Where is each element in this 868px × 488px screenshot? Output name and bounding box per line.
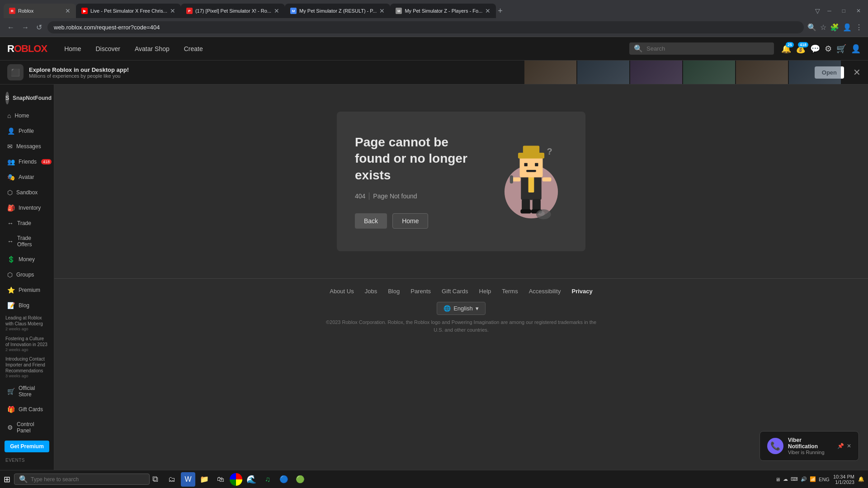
blog-post-3[interactable]: Introducing Contact Importer and Friend … <box>0 354 54 381</box>
sidebar-item-premium[interactable]: ⭐ Premium <box>2 283 52 297</box>
reload-btn[interactable]: ↺ <box>34 21 44 33</box>
footer-blog[interactable]: Blog <box>388 288 400 295</box>
sidebar-item-groups[interactable]: ⬡ Groups <box>2 267 52 282</box>
get-premium-button[interactable]: Get Premium <box>5 441 49 452</box>
taskbar-app-file-manager[interactable]: 📁 <box>197 472 212 487</box>
taskbar-app-chrome2[interactable]: 🟢 <box>293 472 307 487</box>
content-area: Page cannot be found or no longer exists… <box>54 84 868 488</box>
sandbox-icon: ⬡ <box>7 189 13 196</box>
viber-pin-btn[interactable]: 📌 <box>837 443 844 449</box>
settings-icon[interactable]: ⋮ <box>855 23 863 32</box>
nav-avatar-shop[interactable]: Avatar Shop <box>128 42 176 55</box>
nav-home[interactable]: Home <box>58 42 87 55</box>
profile-icon[interactable]: 👤 <box>843 23 852 32</box>
error-buttons: Back Home <box>355 213 486 229</box>
taskbar-app-word[interactable]: W <box>181 472 195 487</box>
taskbar-search-input[interactable] <box>31 476 145 483</box>
shop-btn[interactable]: 🛒 <box>836 44 846 54</box>
footer-about[interactable]: About Us <box>330 288 354 295</box>
tab-close-btn-5[interactable]: ✕ <box>485 7 491 14</box>
sidebar-item-inventory[interactable]: 🎒 Inventory <box>2 201 52 215</box>
nav-create[interactable]: Create <box>178 42 209 55</box>
chevron-down-icon: ▾ <box>476 305 479 312</box>
search-toolbar-icon[interactable]: 🔍 <box>807 23 816 32</box>
footer-gift-cards[interactable]: Gift Cards <box>442 288 468 295</box>
forward-nav-btn[interactable]: → <box>20 22 31 33</box>
settings-btn[interactable]: ⚙ <box>825 44 832 54</box>
taskbar-desktop-icon[interactable]: 🖥 <box>775 477 780 482</box>
taskbar-app-chrome[interactable] <box>230 473 242 486</box>
sidebar-item-sandbox[interactable]: ⬡ Sandbox <box>2 185 52 200</box>
taskbar-network-icon[interactable]: 📶 <box>810 476 816 482</box>
error-divider <box>369 192 369 200</box>
footer-jobs[interactable]: Jobs <box>365 288 377 295</box>
sidebar-friends-label: Friends <box>19 159 37 165</box>
back-nav-btn[interactable]: ← <box>5 22 16 33</box>
tab-close-btn-3[interactable]: ✕ <box>274 7 279 14</box>
taskbar-app-spotify[interactable]: ♫ <box>260 472 275 487</box>
bookmark-icon[interactable]: ☆ <box>820 23 826 32</box>
footer-parents[interactable]: Parents <box>410 288 431 295</box>
tab-close-btn-2[interactable]: ✕ <box>170 7 175 14</box>
svg-rect-15 <box>520 209 531 213</box>
pet2-favicon: M <box>290 8 297 14</box>
sidebar-item-control-panel[interactable]: ⚙ Control Panel <box>2 418 52 437</box>
messages-icon: ✉ <box>7 143 13 150</box>
banner-close-btn[interactable]: ✕ <box>853 67 861 78</box>
sidebar-item-money[interactable]: 💲 Money <box>2 252 52 267</box>
sidebar-item-trade-offers[interactable]: ↔ Trade Offers <box>2 231 52 251</box>
tab-pet3[interactable]: M My Pet Simulator Z - Players - Fo... ✕ <box>390 4 496 18</box>
taskbar-app-explorer[interactable]: 🗂 <box>165 472 179 487</box>
language-select[interactable]: 🌐 English ▾ <box>437 302 486 315</box>
taskbar-keyboard-icon[interactable]: ⌨ <box>791 476 798 482</box>
avatar-btn[interactable]: 👤 <box>851 44 861 54</box>
viber-close-btn[interactable]: ✕ <box>847 443 851 449</box>
sidebar-item-blog[interactable]: 📝 Blog <box>2 298 52 313</box>
roblox-logo[interactable]: ROBLOX <box>7 43 47 55</box>
home-button[interactable]: Home <box>392 213 428 229</box>
blog-post-2[interactable]: Fostering a Culture of Innovation in 202… <box>0 334 54 355</box>
tab-pet2[interactable]: M My Pet Simulator Z (RESULT) - P... ✕ <box>285 4 390 18</box>
sidebar-item-friends[interactable]: 👥 Friends 418 <box>2 155 52 169</box>
control-panel-icon: ⚙ <box>7 424 13 431</box>
extension-icon[interactable]: 🧩 <box>830 23 839 32</box>
notifications-btn[interactable]: 🔔 25 <box>781 44 791 54</box>
tab-close-btn-4[interactable]: ✕ <box>379 7 385 14</box>
tab-pet1[interactable]: P (17) [Pixel] Pet Simulator X! - Ro... … <box>181 4 285 18</box>
tab-roblox[interactable]: R Roblox ✕ <box>4 4 76 18</box>
sidebar-item-gift-cards[interactable]: 🎁 Gift Cards <box>2 402 52 417</box>
taskbar-app-edge[interactable]: 🌊 <box>244 472 259 487</box>
footer-help[interactable]: Help <box>479 288 491 295</box>
taskbar-lang-label: ENG <box>819 477 830 482</box>
taskbar-speaker-icon[interactable]: 🔊 <box>801 476 807 482</box>
sidebar-item-trade[interactable]: ↔ Trade <box>2 216 52 230</box>
start-button[interactable]: ⊞ <box>4 474 10 484</box>
robux-btn[interactable]: 💰 418 <box>796 44 806 54</box>
address-input[interactable] <box>47 21 804 33</box>
taskview-icon[interactable]: ⧉ <box>152 474 158 484</box>
error-character-svg: ? <box>500 134 563 225</box>
sidebar-user[interactable]: S SnapNotFound <box>0 88 54 108</box>
footer-privacy[interactable]: Privacy <box>571 288 592 295</box>
sidebar-item-profile[interactable]: 👤 Profile <box>2 124 52 138</box>
notification-center-icon[interactable]: 🔔 <box>858 476 864 482</box>
taskbar-onedrive-icon[interactable]: ☁ <box>783 476 788 482</box>
new-tab-button[interactable]: + <box>498 6 503 16</box>
tab-youtube[interactable]: ▶ Live - Pet Simulator X Free Chris... ✕ <box>76 4 181 18</box>
back-button[interactable]: Back <box>355 213 387 229</box>
nav-discover[interactable]: Discover <box>89 42 126 55</box>
chat-btn[interactable]: 💬 <box>810 44 820 54</box>
taskbar-app-edge2[interactable]: 🔵 <box>277 472 291 487</box>
taskbar-sys-icons: 🖥 ☁ ⌨ 🔊 📶 ENG <box>775 476 830 482</box>
sidebar-item-official-store[interactable]: 🛒 Official Store <box>2 381 52 401</box>
svg-text:?: ? <box>547 146 552 156</box>
taskbar-app-store[interactable]: 🛍 <box>213 472 228 487</box>
sidebar-item-home[interactable]: ⌂ Home <box>2 108 52 123</box>
sidebar-item-avatar[interactable]: 🎭 Avatar <box>2 170 52 184</box>
tab-close-btn[interactable]: ✕ <box>65 7 71 14</box>
footer-accessibility[interactable]: Accessibility <box>529 288 561 295</box>
footer-terms[interactable]: Terms <box>502 288 518 295</box>
sidebar-item-messages[interactable]: ✉ Messages <box>2 139 52 154</box>
search-input[interactable] <box>646 45 769 52</box>
blog-post-1[interactable]: Leading at Roblox with Claus Moberg 2 we… <box>0 313 54 334</box>
